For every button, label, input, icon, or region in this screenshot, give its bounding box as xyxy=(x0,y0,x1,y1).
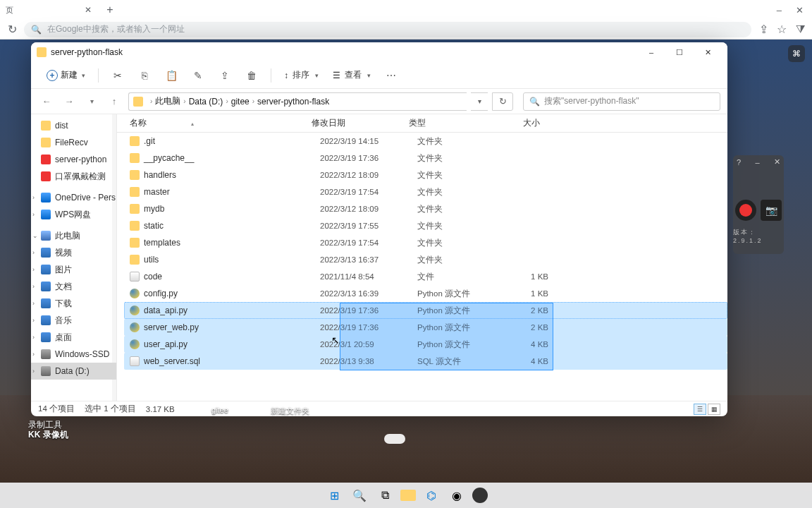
taskbar[interactable]: ⊞ 🔍 ⧉ ⌬ ◉ xyxy=(0,483,812,508)
up-button[interactable]: ↑ xyxy=(106,93,123,110)
file-list[interactable]: .git2022/3/19 14:15文件夹__pycache__2022/3/… xyxy=(117,133,727,401)
search-box[interactable]: 🔍 搜索"server-python-flask" xyxy=(523,92,720,111)
path-dropdown[interactable]: ▾ xyxy=(471,92,488,111)
browser-tab[interactable]: 页 ✕ xyxy=(0,1,99,19)
sidebar-item[interactable]: ›图片 xyxy=(31,261,116,278)
screenshot-button[interactable]: 📷 xyxy=(761,200,782,221)
breadcrumb-item[interactable]: server-python-flask xyxy=(257,97,329,107)
copy-icon[interactable]: ⎘ xyxy=(133,65,156,86)
file-row[interactable]: static2022/3/19 17:55文件夹 xyxy=(124,217,727,234)
breadcrumb-item[interactable]: Data (D:) xyxy=(189,97,223,107)
expand-chevron-icon[interactable]: › xyxy=(32,351,35,358)
record-button[interactable] xyxy=(735,200,756,221)
chrome-icon[interactable]: ◉ xyxy=(447,485,467,505)
expand-chevron-icon[interactable]: › xyxy=(32,283,35,290)
view-button[interactable]: ☰ 查看 ▾ xyxy=(327,66,376,84)
sidebar-item[interactable]: ›桌面 xyxy=(31,329,116,346)
expand-chevron-icon[interactable]: › xyxy=(32,334,35,341)
vscode-icon[interactable]: ⌬ xyxy=(422,485,441,505)
expand-chevron-icon[interactable]: › xyxy=(32,300,35,307)
expand-chevron-icon[interactable]: › xyxy=(32,266,35,273)
sidebar-item[interactable]: ›Windows-SSD xyxy=(31,346,116,363)
file-row[interactable]: server_web.py2022/3/19 17:36Python 源文件2 … xyxy=(124,319,727,336)
task-view-icon[interactable]: ⧉ xyxy=(375,485,395,505)
desktop-icon-label[interactable]: gitee xyxy=(211,406,228,416)
explorer-icon[interactable] xyxy=(400,490,416,501)
breadcrumb-item[interactable]: gitee xyxy=(231,97,250,107)
expand-chevron-icon[interactable]: › xyxy=(32,211,35,218)
file-row[interactable]: .git2022/3/19 14:15文件夹 xyxy=(124,133,727,150)
expand-chevron-icon[interactable]: › xyxy=(32,194,35,201)
minimize-button[interactable]: – xyxy=(637,42,665,62)
minimize-icon[interactable]: – xyxy=(756,158,760,167)
more-icon[interactable]: ⋯ xyxy=(379,65,403,86)
bookmark-icon[interactable]: ☆ xyxy=(775,23,788,36)
file-row[interactable]: __pycache__2022/3/19 17:36文件夹 xyxy=(124,150,727,167)
column-header-size[interactable]: 大小 xyxy=(491,117,540,129)
sidebar-item[interactable]: server-python xyxy=(31,151,116,168)
breadcrumb-item[interactable]: 此电脑 xyxy=(155,95,180,107)
file-row[interactable]: handlers2022/3/12 18:09文件夹 xyxy=(124,167,727,183)
copilot-icon[interactable]: ⌘ xyxy=(788,45,805,62)
details-view-toggle[interactable]: ☰ xyxy=(694,404,706,415)
sidebar-item[interactable]: FileRecv xyxy=(31,134,116,151)
sidebar-item[interactable]: ›Data (D:) xyxy=(31,363,116,380)
forward-button[interactable]: → xyxy=(61,93,78,110)
file-row[interactable]: master2022/3/19 17:54文件夹 xyxy=(124,183,727,200)
column-header-type[interactable]: 类型 xyxy=(409,117,491,129)
recent-button[interactable]: ▾ xyxy=(83,93,100,110)
file-row[interactable]: mydb2022/3/12 18:09文件夹 xyxy=(124,200,727,217)
address-bar[interactable]: 🔍 在Google中搜索，或者输入一个网址 xyxy=(24,22,751,37)
new-tab-button[interactable]: + xyxy=(102,1,118,18)
desktop-shortcut[interactable]: 录制工具 KK 录像机 xyxy=(28,420,68,440)
help-icon[interactable]: ? xyxy=(737,158,741,167)
close-icon[interactable]: ✕ xyxy=(774,157,780,167)
recording-panel[interactable]: ? – ✕ 📷 版本：2.9.1.2 xyxy=(733,155,784,254)
breadcrumb[interactable]: › 此电脑 › Data (D:) › gitee › server-pytho… xyxy=(128,92,467,111)
sidebar-item[interactable]: ›OneDrive - Pers xyxy=(31,189,116,206)
app-icon[interactable] xyxy=(472,488,488,503)
sidebar-item[interactable]: ›下载 xyxy=(31,295,116,312)
maximize-button[interactable]: ☐ xyxy=(665,42,694,62)
new-button[interactable]: + 新建 ▾ xyxy=(41,66,91,84)
file-row[interactable]: data_api.py2022/3/19 17:36Python 源文件2 KB xyxy=(124,302,727,319)
share-icon[interactable]: ⇪ xyxy=(213,65,237,86)
share-icon[interactable]: ⇪ xyxy=(757,23,770,36)
cut-icon[interactable]: ✂ xyxy=(106,65,130,86)
file-row[interactable]: user_api.py2022/3/1 20:59Python 源文件4 KB xyxy=(124,336,727,353)
explorer-sidebar[interactable]: distFileRecvserver-python口罩佩戴检测›OneDrive… xyxy=(31,114,117,401)
sidebar-item[interactable]: ›音乐 xyxy=(31,312,116,329)
file-row[interactable]: code2021/11/4 8:54文件1 KB xyxy=(124,268,727,285)
browser-minimize-icon[interactable]: – xyxy=(777,5,782,16)
expand-chevron-icon[interactable]: › xyxy=(32,317,35,324)
sidebar-item[interactable]: 口罩佩戴检测 xyxy=(31,168,116,185)
sidebar-item[interactable]: ›WPS网盘 xyxy=(31,206,116,223)
expand-chevron-icon[interactable]: › xyxy=(32,368,35,375)
rename-icon[interactable]: ✎ xyxy=(186,65,210,86)
file-row[interactable]: utils2022/3/13 16:37文件夹 xyxy=(124,251,727,268)
thumbnails-view-toggle[interactable]: ▦ xyxy=(708,404,720,415)
sidebar-item[interactable]: dist xyxy=(31,117,116,134)
sidebar-item[interactable]: ›视频 xyxy=(31,244,116,261)
sort-button[interactable]: ↕ 排序 ▾ xyxy=(278,66,324,84)
back-button[interactable]: ← xyxy=(38,93,55,110)
sidebar-item[interactable]: ›文档 xyxy=(31,278,116,295)
search-icon[interactable]: 🔍 xyxy=(350,485,369,505)
extensions-icon[interactable]: ⧩ xyxy=(794,23,806,36)
delete-icon[interactable]: 🗑 xyxy=(240,65,264,86)
expand-chevron-icon[interactable]: ⌄ xyxy=(32,232,38,239)
desktop-icon-label[interactable]: 新建文件夹 xyxy=(271,406,309,416)
start-button[interactable]: ⊞ xyxy=(324,485,344,505)
refresh-button[interactable]: ↻ xyxy=(492,92,513,111)
explorer-titlebar[interactable]: server-python-flask – ☐ ✕ xyxy=(31,42,727,62)
sidebar-item[interactable]: ⌄此电脑 xyxy=(31,227,116,244)
column-header-date[interactable]: 修改日期 xyxy=(312,117,409,129)
column-header-name[interactable]: 名称 ▴ xyxy=(130,117,312,129)
file-row[interactable]: web_server.sql2022/3/13 9:38SQL 源文件4 KB xyxy=(124,353,727,370)
browser-close-icon[interactable]: ✕ xyxy=(796,5,804,16)
file-row[interactable]: config.py2022/3/13 16:39Python 源文件1 KB xyxy=(124,285,727,302)
expand-chevron-icon[interactable]: › xyxy=(32,249,35,256)
file-row[interactable]: templates2022/3/19 17:54文件夹 xyxy=(124,234,727,251)
tab-close-icon[interactable]: ✕ xyxy=(83,5,93,15)
close-button[interactable]: ✕ xyxy=(694,42,722,62)
